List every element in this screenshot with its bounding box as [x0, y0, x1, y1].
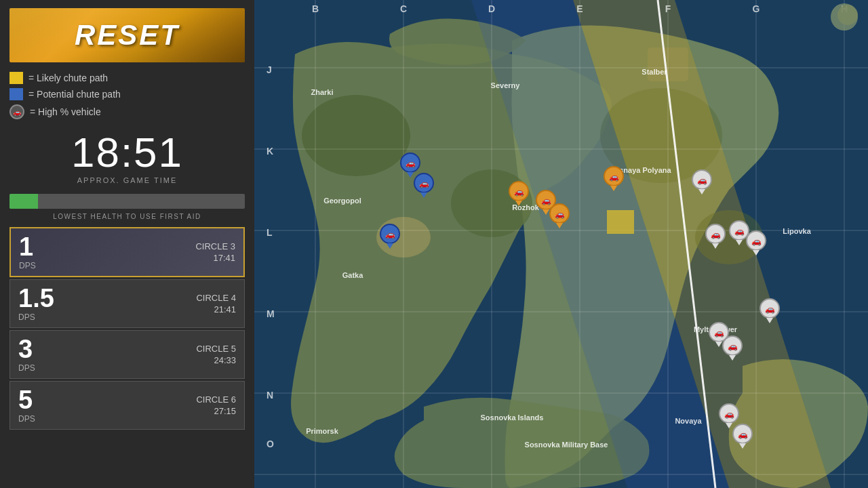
dps-card-4[interactable]: 5 DPS CIRCLE 6 27:15	[9, 381, 245, 430]
dps-left-2: 1.5 DPS	[18, 285, 54, 322]
dps-right-4: CIRCLE 6 27:15	[196, 394, 236, 416]
legend-vehicle: 🚗 = High % vehicle	[9, 104, 245, 119]
dps-unit-2: DPS	[18, 312, 54, 322]
likely-label: = Likely chute path	[28, 73, 108, 83]
potential-label: = Potential chute path	[28, 89, 121, 100]
left-panel: RESET = Likely chute path = Potential ch…	[0, 0, 254, 488]
timer-label: APPROX. GAME TIME	[9, 176, 245, 184]
dps-unit-1: DPS	[19, 261, 36, 270]
reset-banner-text: RESET	[75, 19, 180, 52]
dps-circle-4: CIRCLE 6	[196, 394, 236, 405]
map-background	[254, 0, 868, 488]
health-section: LOWEST HEALTH TO USE FIRST AID	[9, 194, 245, 220]
health-bar-fill	[9, 194, 38, 209]
dps-unit-4: DPS	[18, 414, 35, 424]
dps-right-2: CIRCLE 4 21:41	[196, 293, 236, 314]
dps-time-3: 24:33	[196, 355, 236, 365]
health-label: LOWEST HEALTH TO USE FIRST AID	[9, 213, 245, 220]
potential-color-box	[9, 88, 23, 100]
legend-likely: = Likely chute path	[9, 72, 245, 84]
likely-color-box	[9, 72, 23, 84]
dps-right-1: CIRCLE 3 17:41	[195, 241, 235, 263]
dps-value-4: 5	[18, 387, 35, 413]
dps-value-2: 1.5	[18, 285, 54, 311]
legend: = Likely chute path = Potential chute pa…	[9, 69, 245, 122]
dps-right-3: CIRCLE 5 24:33	[196, 344, 236, 365]
dps-time-4: 27:15	[196, 406, 236, 416]
dps-card-3[interactable]: 3 DPS CIRCLE 5 24:33	[9, 330, 245, 379]
reset-banner[interactable]: RESET	[9, 8, 245, 62]
dps-circle-1: CIRCLE 3	[195, 241, 235, 251]
dps-card-1[interactable]: 1 DPS CIRCLE 3 17:41	[9, 227, 245, 277]
dps-time-1: 17:41	[195, 253, 235, 263]
dps-value-3: 3	[18, 336, 35, 362]
health-bar-container	[9, 194, 245, 209]
timer-section: 18:51 APPROX. GAME TIME	[9, 129, 245, 187]
vehicle-label: = High % vehicle	[30, 106, 101, 117]
dps-card-2[interactable]: 1.5 DPS CIRCLE 4 21:41	[9, 279, 245, 328]
legend-potential: = Potential chute path	[9, 88, 245, 100]
dps-circle-2: CIRCLE 4	[196, 293, 236, 303]
dps-cards: 1 DPS CIRCLE 3 17:41 1.5 DPS CIRCLE 4 21…	[9, 227, 245, 430]
dps-left-3: 3 DPS	[18, 336, 35, 373]
vehicle-icon: 🚗	[9, 104, 24, 119]
dps-left-1: 1 DPS	[19, 234, 36, 270]
map-area: B C D E F G H J K L M N O Zharki Severny…	[254, 0, 868, 488]
timer-value: 18:51	[9, 131, 245, 174]
dps-time-2: 21:41	[196, 304, 236, 314]
dps-circle-3: CIRCLE 5	[196, 344, 236, 354]
dps-left-4: 5 DPS	[18, 387, 35, 424]
dps-unit-3: DPS	[18, 363, 35, 373]
dps-value-1: 1	[19, 234, 36, 260]
